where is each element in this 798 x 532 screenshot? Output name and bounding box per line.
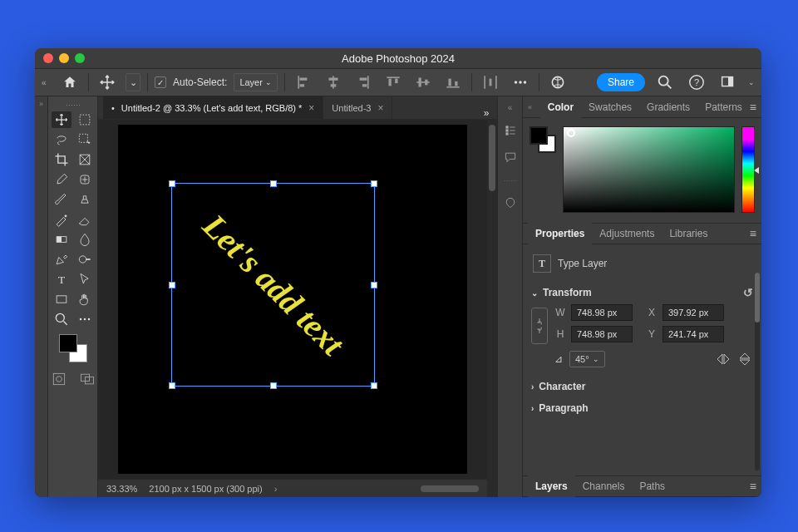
document-tab[interactable]: • Untitled-2 @ 33.3% (Let's add text, RG… (103, 96, 323, 119)
panel-menu-icon[interactable]: ≡ (750, 480, 756, 493)
align-left-edges-icon[interactable] (292, 73, 315, 91)
align-bottom-edges-icon[interactable] (441, 73, 465, 91)
edit-toolbar-icon[interactable] (75, 311, 95, 328)
quick-mask-icon[interactable] (49, 371, 69, 387)
fg-bg-picker[interactable] (530, 126, 556, 213)
tab-swatches[interactable]: Swatches (581, 96, 639, 118)
quick-select-tool[interactable] (75, 131, 95, 148)
zoom-window-icon[interactable] (75, 53, 85, 63)
dock-expand-left-icon[interactable]: » (35, 96, 48, 497)
tab-paths[interactable]: Paths (632, 475, 672, 497)
path-select-tool[interactable] (75, 271, 95, 288)
panel-collapse-icon[interactable]: « (528, 103, 540, 111)
height-input[interactable]: 748.98 px (571, 326, 633, 342)
close-tab-icon[interactable]: × (308, 102, 314, 114)
reset-transform-icon[interactable]: ↺ (743, 286, 753, 299)
link-dimensions-icon[interactable] (531, 308, 548, 344)
blur-tool[interactable] (75, 231, 95, 248)
3d-mode-icon[interactable] (546, 73, 569, 91)
lasso-tool[interactable] (52, 131, 71, 148)
eyedropper-tool[interactable] (52, 171, 71, 188)
eraser-tool[interactable] (75, 211, 95, 228)
document-info[interactable]: 2100 px x 1500 px (300 ppi) (149, 484, 262, 494)
status-flyout-icon[interactable]: › (274, 484, 278, 494)
move-tool-indicator-icon[interactable] (96, 73, 119, 91)
tab-color[interactable]: Color (540, 96, 581, 118)
gradient-tool[interactable] (52, 231, 71, 248)
auto-select-checkbox[interactable]: ✓ (155, 76, 166, 88)
clone-stamp-tool[interactable] (75, 191, 95, 208)
tab-channels[interactable]: Channels (575, 475, 633, 497)
tool-preset-dropdown[interactable]: ⌄ (126, 73, 140, 91)
transform-section-header[interactable]: ⌄ Transform ↺ (531, 281, 753, 304)
move-tool[interactable] (52, 111, 71, 128)
screen-mode-icon[interactable] (77, 371, 97, 387)
panel-menu-icon[interactable]: ≡ (750, 101, 756, 114)
vertical-scrollbar[interactable] (487, 120, 497, 497)
width-input[interactable]: 748.98 px (571, 304, 633, 321)
rectangle-tool[interactable] (52, 291, 71, 308)
flip-horizontal-icon[interactable] (715, 351, 732, 367)
properties-scrollbar[interactable] (755, 273, 760, 470)
workspace-chevron-icon[interactable]: ⌄ (748, 78, 755, 86)
text-layer-content[interactable]: Let's add text (195, 206, 352, 363)
y-input[interactable]: 241.74 px (663, 326, 724, 342)
angle-input[interactable]: 45°⌄ (569, 351, 605, 367)
svg-point-48 (84, 318, 86, 321)
tab-properties[interactable]: Properties (528, 223, 592, 244)
history-panel-icon[interactable] (504, 124, 517, 139)
share-button[interactable]: Share (597, 73, 645, 91)
align-horizontal-centers-icon[interactable] (322, 73, 345, 91)
canvas[interactable]: Let's add text (98, 120, 487, 479)
healing-brush-tool[interactable] (75, 171, 95, 188)
hand-tool[interactable] (75, 291, 95, 308)
tab-patterns[interactable]: Patterns (697, 96, 750, 118)
dodge-tool[interactable] (75, 251, 95, 268)
brush-tool[interactable] (52, 191, 71, 208)
svg-rect-54 (505, 126, 508, 128)
align-right-edges-icon[interactable] (352, 73, 375, 91)
close-window-icon[interactable] (43, 53, 53, 63)
zoom-tool[interactable] (52, 311, 71, 328)
text-tool[interactable]: T (52, 271, 71, 288)
pen-tool[interactable] (52, 251, 71, 268)
character-section-header[interactable]: › Character (531, 376, 753, 397)
crop-tool[interactable] (52, 151, 71, 168)
panel-menu-icon[interactable]: ≡ (750, 227, 756, 240)
svg-rect-18 (484, 76, 485, 88)
workspace-switcher-icon[interactable] (717, 73, 740, 91)
hue-slider[interactable] (741, 126, 755, 213)
close-tab-icon[interactable]: × (377, 102, 383, 114)
tab-adjustments[interactable]: Adjustments (592, 223, 662, 244)
align-vertical-centers-icon[interactable] (411, 73, 435, 91)
horizontal-scrollbar[interactable] (421, 485, 479, 492)
collapse-left-icon[interactable]: « (42, 78, 52, 87)
more-options-icon[interactable] (509, 73, 532, 91)
flip-vertical-icon[interactable] (736, 351, 753, 367)
svg-point-49 (88, 318, 91, 321)
paragraph-section-header[interactable]: › Paragraph (531, 397, 753, 419)
document-tab[interactable]: Untitled-3 × (323, 96, 392, 119)
x-input[interactable]: 397.92 px (663, 304, 724, 321)
color-field[interactable] (563, 126, 735, 213)
tab-libraries[interactable]: Libraries (662, 223, 715, 244)
transform-bounding-box[interactable]: Let's add text (171, 183, 375, 387)
distribute-spacing-icon[interactable] (479, 73, 502, 91)
search-icon[interactable] (653, 73, 677, 91)
align-top-edges-icon[interactable] (382, 73, 405, 91)
history-brush-tool[interactable] (52, 211, 71, 228)
zoom-level[interactable]: 33.33% (106, 484, 137, 494)
fg-bg-swatch[interactable] (52, 334, 94, 387)
auto-select-target-dropdown[interactable]: Layer⌄ (234, 73, 278, 91)
tab-gradients[interactable]: Gradients (639, 96, 697, 118)
tab-overflow-icon[interactable]: » (475, 107, 497, 119)
tab-layers[interactable]: Layers (528, 475, 575, 497)
home-button[interactable] (58, 73, 81, 91)
marquee-tool[interactable] (75, 111, 95, 128)
frame-tool[interactable] (75, 151, 95, 168)
document[interactable]: Let's add text (118, 125, 467, 474)
comments-panel-icon[interactable] (504, 150, 517, 165)
minimize-window-icon[interactable] (59, 53, 69, 63)
libraries-panel-icon[interactable] (504, 196, 517, 211)
help-icon[interactable]: ? (685, 73, 708, 91)
